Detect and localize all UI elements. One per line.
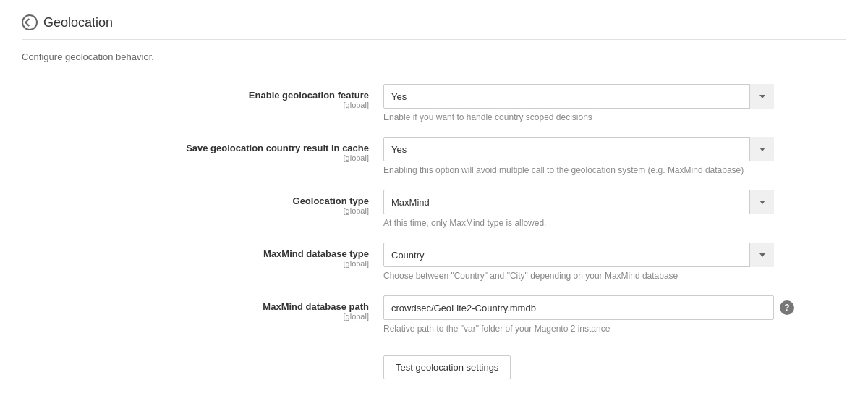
collapse-icon[interactable]: [22, 14, 38, 30]
scope-maxmind-db-type: [global]: [22, 259, 369, 268]
hint-maxmind-db-path: Relative path to the "var" folder of you…: [383, 324, 846, 334]
section-description: Configure geolocation behavior.: [22, 51, 846, 62]
input-wrapper-db-path: ?: [383, 295, 846, 320]
select-wrapper-cache: Yes No: [383, 137, 774, 161]
help-icon[interactable]: ?: [780, 300, 794, 315]
label-enable-geolocation: Enable geolocation feature: [22, 90, 369, 101]
select-wrapper-db-type: Country City: [383, 243, 774, 267]
hint-geolocation-type: At this time, only MaxMind type is allow…: [383, 218, 846, 228]
hint-enable-geolocation: Enable if you want to handle country sco…: [383, 112, 846, 122]
scope-geolocation-type: [global]: [22, 206, 369, 215]
label-save-cache: Save geolocation country result in cache: [22, 143, 369, 153]
select-save-cache[interactable]: Yes No: [383, 137, 774, 161]
field-maxmind-db-type: MaxMind database type [global] Country C…: [22, 243, 846, 281]
label-maxmind-db-type: MaxMind database type: [22, 248, 369, 259]
select-geolocation-type[interactable]: MaxMind: [383, 190, 774, 214]
form-container: Enable geolocation feature [global] Yes …: [22, 84, 846, 379]
hint-maxmind-db-type: Choose between "Country" and "City" depe…: [383, 271, 846, 281]
button-row: Test geolocation settings: [22, 348, 846, 379]
field-save-cache: Save geolocation country result in cache…: [22, 137, 846, 175]
label-maxmind-db-path: MaxMind database path: [22, 301, 369, 312]
select-maxmind-db-type[interactable]: Country City: [383, 243, 774, 267]
field-maxmind-db-path: MaxMind database path [global] ? Relativ…: [22, 295, 846, 334]
label-geolocation-type: Geolocation type: [22, 195, 369, 206]
select-wrapper-type: MaxMind: [383, 190, 774, 214]
select-enable-geolocation[interactable]: Yes No: [383, 84, 774, 109]
field-enable-geolocation: Enable geolocation feature [global] Yes …: [22, 84, 846, 122]
input-maxmind-db-path[interactable]: [383, 295, 774, 320]
test-geolocation-button[interactable]: Test geolocation settings: [383, 355, 511, 379]
scope-maxmind-db-path: [global]: [22, 312, 369, 321]
select-wrapper-enable: Yes No: [383, 84, 774, 109]
field-geolocation-type: Geolocation type [global] MaxMind At thi…: [22, 190, 846, 228]
section-header: Geolocation: [22, 14, 846, 40]
hint-save-cache: Enabling this option will avoid multiple…: [383, 165, 846, 175]
section-title: Geolocation: [43, 15, 113, 30]
scope-save-cache: [global]: [22, 153, 369, 162]
scope-enable-geolocation: [global]: [22, 101, 369, 109]
